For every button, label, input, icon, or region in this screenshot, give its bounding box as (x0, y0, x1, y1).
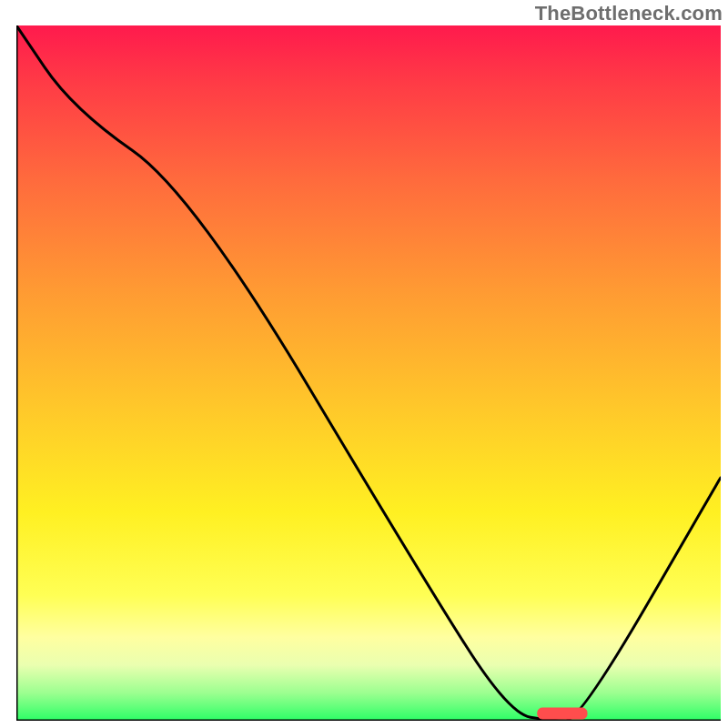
plot-area (16, 25, 721, 721)
optimal-marker (538, 708, 587, 719)
chart-container: TheBottleneck.com (0, 0, 728, 728)
watermark-label: TheBottleneck.com (535, 2, 723, 25)
plot-svg (16, 25, 721, 721)
bottleneck-curve (16, 25, 721, 721)
